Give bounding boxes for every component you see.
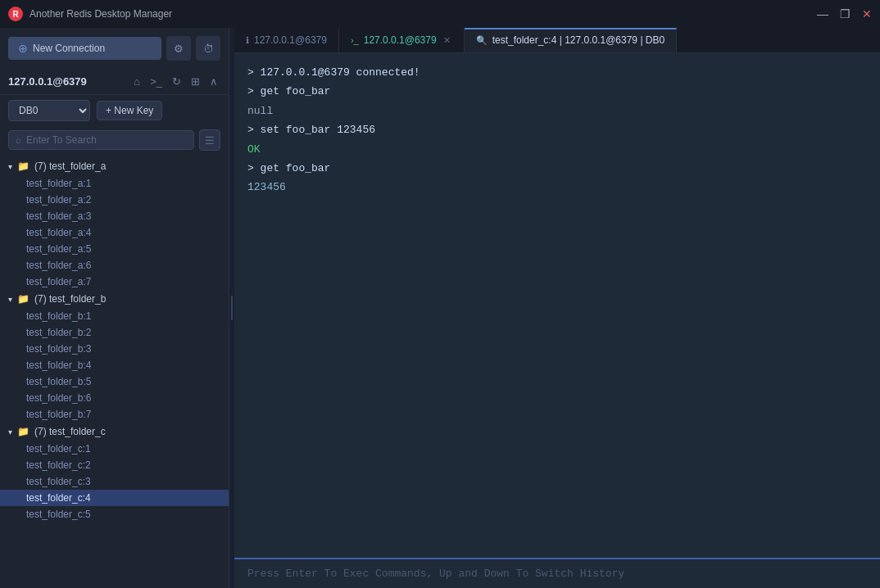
command-input[interactable] bbox=[234, 559, 880, 588]
folder-item-c[interactable]: ▾ 📁 (7) test_folder_c bbox=[0, 423, 229, 441]
key-list: ▾ 📁 (7) test_folder_a test_folder_a:1 te… bbox=[0, 154, 229, 588]
term-line: OK bbox=[247, 140, 867, 159]
term-line: null bbox=[247, 102, 867, 120]
collapse-icon-button[interactable]: ∧ bbox=[207, 74, 220, 89]
terminal-output: > 127.0.0.1@6379 connected! > get foo_ba… bbox=[234, 53, 880, 558]
tab-key-view[interactable]: 🔍 test_folder_c:4 | 127.0.0.1@6379 | DB0 bbox=[465, 28, 678, 52]
new-connection-label: New Connection bbox=[33, 43, 105, 54]
chevron-down-icon-c: ▾ bbox=[8, 427, 12, 436]
minimize-button[interactable]: — bbox=[817, 8, 828, 20]
db-select[interactable]: DB0 DB1 DB2 DB3 bbox=[8, 100, 90, 121]
info-icon: ℹ bbox=[246, 35, 249, 46]
list-item[interactable]: test_folder_b:1 bbox=[0, 308, 229, 324]
list-item[interactable]: test_folder_b:2 bbox=[0, 324, 229, 341]
connection-header: 127.0.0.1@6379 ⌂ >_ ↻ ⊞ ∧ bbox=[0, 69, 229, 95]
tab-terminal-close-button[interactable]: ✕ bbox=[442, 35, 452, 46]
list-item[interactable]: test_folder_a:2 bbox=[0, 192, 229, 208]
grid-icon-button[interactable]: ⊞ bbox=[188, 74, 202, 89]
sidebar: ⊕ New Connection ⚙ ⏱ 127.0.0.1@6379 ⌂ >_… bbox=[0, 28, 229, 588]
new-connection-button[interactable]: ⊕ New Connection bbox=[8, 37, 161, 60]
list-item[interactable]: test_folder_a:7 bbox=[0, 274, 229, 290]
term-line: > set foo_bar 123456 bbox=[247, 120, 867, 139]
list-item[interactable]: test_folder_a:3 bbox=[0, 208, 229, 224]
list-item[interactable]: test_folder_c:3 bbox=[0, 473, 229, 490]
list-item-active[interactable]: test_folder_c:4 bbox=[0, 490, 229, 506]
app-title: Another Redis Desktop Manager bbox=[29, 8, 172, 20]
list-item[interactable]: test_folder_b:4 bbox=[0, 357, 229, 373]
list-item[interactable]: test_folder_a:6 bbox=[0, 257, 229, 274]
search-input-wrap: ⌕ bbox=[8, 130, 194, 150]
chevron-down-icon-a: ▾ bbox=[8, 162, 12, 171]
search-toggle-button[interactable]: ☰ bbox=[199, 129, 220, 151]
home-icon-button[interactable]: ⌂ bbox=[131, 74, 143, 89]
chevron-down-icon-b: ▾ bbox=[8, 295, 12, 304]
term-line: 123456 bbox=[247, 178, 867, 197]
plus-icon: ⊕ bbox=[18, 42, 28, 55]
list-item[interactable]: test_folder_c:1 bbox=[0, 441, 229, 457]
connection-actions: ⌂ >_ ↻ ⊞ ∧ bbox=[131, 74, 220, 89]
terminal-tab-icon: ›_ bbox=[351, 35, 359, 45]
list-item[interactable]: test_folder_b:5 bbox=[0, 373, 229, 390]
clock-button[interactable]: ⏱ bbox=[196, 36, 220, 61]
folder-label-c: (7) test_folder_c bbox=[34, 426, 106, 437]
tab-info[interactable]: ℹ 127.0.0.1@6379 bbox=[234, 28, 339, 52]
folder-item-b[interactable]: ▾ 📁 (7) test_folder_b bbox=[0, 290, 229, 308]
list-item[interactable]: test_folder_b:3 bbox=[0, 341, 229, 357]
folder-icon-a: 📁 bbox=[17, 161, 29, 172]
folder-icon-c: 📁 bbox=[17, 426, 29, 437]
tab-terminal-label: 127.0.0.1@6379 bbox=[364, 34, 437, 46]
titlebar-left: R Another Redis Desktop Manager bbox=[8, 7, 172, 21]
refresh-icon-button[interactable]: ↻ bbox=[170, 74, 184, 89]
term-line: > get foo_bar bbox=[247, 82, 867, 101]
tab-key-view-label: test_folder_c:4 | 127.0.0.1@6379 | DB0 bbox=[492, 34, 665, 46]
tabs-bar: ℹ 127.0.0.1@6379 ›_ 127.0.0.1@6379 ✕ 🔍 t… bbox=[234, 28, 880, 53]
search-icon: ⌕ bbox=[16, 134, 21, 146]
sidebar-toolbar: ⊕ New Connection ⚙ ⏱ bbox=[0, 28, 229, 69]
tab-info-label: 127.0.0.1@6379 bbox=[254, 34, 327, 46]
app-icon: R bbox=[8, 7, 23, 21]
command-input-wrap bbox=[234, 558, 880, 588]
folder-icon-b: 📁 bbox=[17, 293, 29, 305]
list-item[interactable]: test_folder_c:5 bbox=[0, 506, 229, 522]
term-line: > get foo_bar bbox=[247, 159, 867, 178]
key-view-icon: 🔍 bbox=[476, 35, 488, 46]
main-layout: ⊕ New Connection ⚙ ⏱ 127.0.0.1@6379 ⌂ >_… bbox=[0, 28, 880, 588]
db-selector-row: DB0 DB1 DB2 DB3 + New Key bbox=[0, 95, 229, 126]
search-input[interactable] bbox=[26, 134, 187, 146]
new-key-button[interactable]: + New Key bbox=[97, 101, 162, 120]
tab-terminal[interactable]: ›_ 127.0.0.1@6379 ✕ bbox=[339, 28, 465, 52]
list-item[interactable]: test_folder_a:5 bbox=[0, 241, 229, 257]
settings-button[interactable]: ⚙ bbox=[166, 36, 191, 61]
list-item[interactable]: test_folder_a:1 bbox=[0, 175, 229, 192]
titlebar: R Another Redis Desktop Manager — ❐ ✕ bbox=[0, 0, 880, 28]
term-line: > 127.0.0.1@6379 connected! bbox=[247, 63, 867, 82]
folder-label-a: (7) test_folder_a bbox=[34, 161, 106, 172]
folder-label-b: (7) test_folder_b bbox=[34, 293, 106, 305]
terminal-icon-button[interactable]: >_ bbox=[147, 74, 165, 89]
folder-item-a[interactable]: ▾ 📁 (7) test_folder_a bbox=[0, 157, 229, 175]
maximize-button[interactable]: ❐ bbox=[840, 8, 851, 20]
titlebar-controls: — ❐ ✕ bbox=[817, 8, 872, 20]
list-item[interactable]: test_folder_c:2 bbox=[0, 457, 229, 473]
search-row: ⌕ ☰ bbox=[0, 126, 229, 154]
list-item[interactable]: test_folder_b:7 bbox=[0, 406, 229, 423]
list-item[interactable]: test_folder_a:4 bbox=[0, 224, 229, 241]
list-item[interactable]: test_folder_b:6 bbox=[0, 390, 229, 406]
right-panel: ℹ 127.0.0.1@6379 ›_ 127.0.0.1@6379 ✕ 🔍 t… bbox=[234, 28, 880, 588]
connection-name: 127.0.0.1@6379 bbox=[8, 75, 87, 88]
close-button[interactable]: ✕ bbox=[862, 8, 872, 20]
